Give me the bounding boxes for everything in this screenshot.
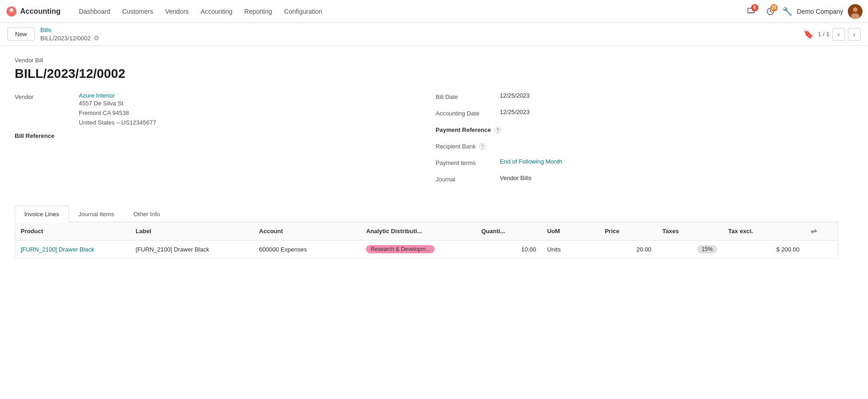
activities-count: 25 <box>770 4 778 11</box>
payment-terms-value[interactable]: End of Following Month <box>500 158 562 165</box>
cell-qty[interactable]: 10.00 <box>476 240 542 258</box>
col-header-product: Product <box>15 222 130 240</box>
invoice-table: Product Label Account Analytic Distribut… <box>15 222 838 258</box>
next-record-button[interactable]: › <box>848 28 861 41</box>
vendor-address-line2: Fremont CA 94538 <box>79 109 156 118</box>
svg-point-2 <box>853 7 857 12</box>
col-header-adjust[interactable]: ⇌ <box>805 222 838 240</box>
payment-reference-field-row: Payment Reference ? <box>436 125 838 138</box>
cell-adjust <box>805 240 838 258</box>
table-header-row: Product Label Account Analytic Distribut… <box>15 222 838 240</box>
nav-accounting[interactable]: Accounting <box>195 5 238 18</box>
recipient-bank-label: Recipient Bank ? <box>436 142 500 150</box>
bookmark-icon[interactable]: 🔖 <box>803 29 813 39</box>
payment-reference-help[interactable]: ? <box>494 127 501 133</box>
gear-icon[interactable]: ⚙ <box>94 34 100 42</box>
document-title: BILL/2023/12/0002 <box>15 66 838 81</box>
payment-terms-label: Payment terms <box>436 158 500 166</box>
accounting-date-value[interactable]: 12/25/2023 <box>500 109 530 115</box>
prev-record-button[interactable]: ‹ <box>832 28 845 41</box>
accounting-date-field-row: Accounting Date 12/25/2023 <box>436 109 838 121</box>
nav-menu: Dashboard Customers Vendors Accounting R… <box>73 5 742 18</box>
recipient-bank-field-row: Recipient Bank ? <box>436 142 838 154</box>
adjust-columns-icon[interactable]: ⇌ <box>811 227 817 235</box>
form-section: Vendor Azure Interior 4557 De Silva St F… <box>15 92 838 191</box>
tab-other-info[interactable]: Other Info <box>124 206 170 222</box>
vendor-field-row: Vendor Azure Interior 4557 De Silva St F… <box>15 92 417 127</box>
bill-reference-field-row: Bill Reference <box>15 131 417 144</box>
cell-product[interactable]: [FURN_2100] Drawer Black <box>15 240 130 258</box>
nav-dashboard[interactable]: Dashboard <box>73 5 116 18</box>
form-left: Vendor Azure Interior 4557 De Silva St F… <box>15 92 417 191</box>
col-header-tax-excl: Tax excl. <box>723 222 805 240</box>
payment-terms-field-row: Payment terms End of Following Month <box>436 158 838 171</box>
cell-uom[interactable]: Units <box>542 240 599 258</box>
vendor-name[interactable]: Azure Interior <box>79 92 156 99</box>
messages-button[interactable]: 6 <box>744 4 758 19</box>
recipient-bank-help[interactable]: ? <box>479 143 486 150</box>
vendor-label: Vendor <box>15 92 79 100</box>
messages-count: 6 <box>751 4 758 11</box>
col-header-taxes: Taxes <box>657 222 723 240</box>
app-brand: Accounting <box>20 7 61 16</box>
col-header-qty: Quanti... <box>476 222 542 240</box>
nav-vendors[interactable]: Vendors <box>160 5 194 18</box>
vendor-value-group: Azure Interior 4557 De Silva St Fremont … <box>79 92 156 127</box>
breadcrumb-bills-link[interactable]: Bills <box>40 27 100 33</box>
bill-reference-label: Bill Reference <box>15 131 79 139</box>
accounting-date-label: Accounting Date <box>436 109 500 117</box>
nav-reporting[interactable]: Reporting <box>239 5 278 18</box>
col-header-account: Account <box>254 222 360 240</box>
breadcrumb-navigation: 🔖 1 / 1 ‹ › <box>803 28 861 41</box>
product-link[interactable]: [FURN_2100] Drawer Black <box>21 246 94 253</box>
bill-date-field-row: Bill Date 12/25/2023 <box>436 92 838 105</box>
cell-label[interactable]: [FURN_2100] Drawer Black <box>130 240 254 258</box>
activities-button[interactable]: 25 <box>763 4 778 19</box>
journal-field-row: Journal Vendor Bills <box>436 175 838 187</box>
cell-tax-excl[interactable]: $ 200.00 <box>723 240 805 258</box>
document-type-label: Vendor Bill <box>15 57 838 64</box>
tab-invoice-lines[interactable]: Invoice Lines <box>15 206 69 222</box>
cell-price[interactable]: 20.00 <box>599 240 657 258</box>
nav-customers[interactable]: Customers <box>117 5 159 18</box>
page-info: 1 / 1 <box>818 31 829 38</box>
table-row: [FURN_2100] Drawer Black [FURN_2100] Dra… <box>15 240 838 258</box>
cell-taxes[interactable]: 15% <box>657 240 723 258</box>
journal-value[interactable]: Vendor Bills <box>500 175 531 181</box>
breadcrumb-current-label: BILL/2023/12/0002 <box>40 35 91 42</box>
vendor-address: 4557 De Silva St Fremont CA 94538 United… <box>79 99 156 127</box>
analytic-badge[interactable]: Research & Developm... <box>366 245 435 253</box>
new-button[interactable]: New <box>7 27 35 41</box>
col-header-uom: UoM <box>542 222 599 240</box>
breadcrumb-bar: New Bills BILL/2023/12/0002 ⚙ 🔖 1 / 1 ‹ … <box>0 23 868 46</box>
col-header-label: Label <box>130 222 254 240</box>
svg-point-3 <box>851 13 859 19</box>
journal-label: Journal <box>436 175 500 183</box>
payment-reference-label: Payment Reference ? <box>436 125 501 133</box>
breadcrumb: Bills BILL/2023/12/0002 ⚙ <box>40 27 100 42</box>
bill-date-value[interactable]: 12/25/2023 <box>500 92 530 99</box>
bill-date-label: Bill Date <box>436 92 500 100</box>
col-header-price: Price <box>599 222 657 240</box>
user-avatar[interactable] <box>848 4 862 19</box>
settings-icon[interactable]: 🔧 <box>782 6 792 16</box>
form-right: Bill Date 12/25/2023 Accounting Date 12/… <box>436 92 838 191</box>
cell-account[interactable]: 600000 Expenses <box>254 240 360 258</box>
avatar-image <box>848 4 862 19</box>
vendor-address-line1: 4557 De Silva St <box>79 99 156 109</box>
cell-analytic[interactable]: Research & Developm... <box>360 240 475 258</box>
tab-journal-items[interactable]: Journal Items <box>69 206 124 222</box>
company-name: Demo Company <box>797 8 843 15</box>
odoo-logo-icon <box>6 5 17 17</box>
tabs-bar: Invoice Lines Journal Items Other Info <box>15 206 838 222</box>
breadcrumb-current: BILL/2023/12/0002 ⚙ <box>40 34 100 42</box>
vendor-address-line3: United States – US12345677 <box>79 118 156 128</box>
nav-configuration[interactable]: Configuration <box>279 5 328 18</box>
col-header-analytic: Analytic Distributi... <box>360 222 475 240</box>
top-navigation: Accounting Dashboard Customers Vendors A… <box>0 0 868 23</box>
tax-badge[interactable]: 15% <box>697 245 717 253</box>
app-logo[interactable]: Accounting <box>6 5 68 17</box>
topnav-right: 6 25 🔧 Demo Company <box>744 4 862 19</box>
main-content: Vendor Bill BILL/2023/12/0002 Vendor Azu… <box>0 46 853 269</box>
